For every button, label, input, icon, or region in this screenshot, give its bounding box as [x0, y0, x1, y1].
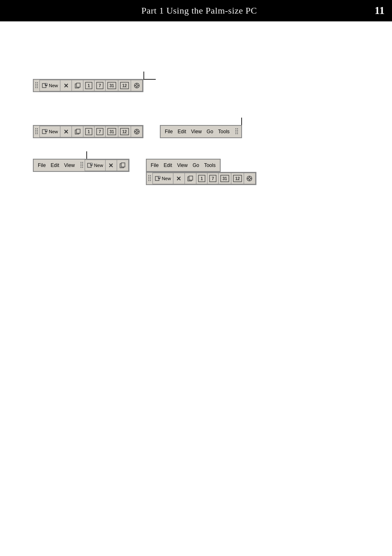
page-content: New — [0, 21, 392, 222]
menu-edit-3l[interactable]: Edit — [48, 161, 62, 170]
month-icon: 31 — [107, 82, 116, 89]
svg-text:12: 12 — [122, 130, 127, 134]
year-btn-2l[interactable]: 12 — [118, 126, 131, 137]
svg-point-67 — [82, 162, 83, 163]
svg-point-85 — [148, 178, 149, 179]
toolbar-grip-3r[interactable] — [147, 173, 153, 184]
demo-section-3: File Edit View — [33, 159, 359, 185]
settings-btn-3r[interactable] — [244, 173, 256, 184]
svg-point-62 — [235, 132, 236, 132]
month-btn-3r[interactable]: 31 — [219, 173, 231, 184]
svg-point-84 — [150, 177, 151, 178]
svg-text:31: 31 — [109, 130, 114, 134]
menu-go-2r[interactable]: Go — [204, 127, 216, 136]
month-icon-3r: 31 — [220, 175, 229, 182]
new-label: New — [49, 83, 58, 88]
x-icon-2l — [64, 129, 69, 134]
svg-point-59 — [237, 128, 238, 129]
svg-point-5 — [37, 86, 38, 86]
menu-tools-2r[interactable]: Tools — [216, 127, 232, 136]
menu-tools-3r[interactable]: Tools — [202, 161, 218, 170]
year-icon-2l: 12 — [120, 128, 129, 135]
svg-point-86 — [150, 178, 151, 179]
toolbar-wrapper-1: New — [33, 79, 143, 92]
x-icon-3r — [176, 176, 181, 181]
svg-point-73 — [82, 167, 83, 168]
new-btn-3r[interactable]: New — [153, 173, 173, 184]
svg-point-30 — [37, 128, 38, 129]
grip-icon-3r — [148, 174, 151, 183]
year-btn-3r[interactable]: 12 — [231, 173, 244, 184]
close-button[interactable] — [60, 80, 72, 91]
view-day-button[interactable]: 1 — [83, 80, 95, 91]
svg-point-58 — [235, 128, 236, 129]
svg-point-32 — [37, 130, 38, 131]
view-month-button[interactable]: 31 — [106, 80, 118, 91]
wrench-icon-2l — [134, 128, 140, 135]
day-icon-2l: 1 — [85, 128, 92, 135]
toolbar-row-3l: File Edit View — [33, 159, 129, 172]
svg-text:7: 7 — [99, 83, 101, 88]
svg-point-33 — [35, 132, 36, 132]
menubar-grip-end-2r[interactable] — [234, 127, 240, 136]
grip-icon — [35, 81, 38, 90]
menu-file-3r[interactable]: File — [148, 161, 161, 170]
svg-text:1: 1 — [201, 176, 203, 181]
svg-point-72 — [81, 167, 81, 168]
copy-btn-3l[interactable] — [117, 160, 129, 171]
settings-button[interactable] — [131, 80, 143, 91]
menu-edit-3r[interactable]: Edit — [161, 161, 175, 170]
toolbar-grip[interactable] — [34, 80, 40, 91]
menubar-3r: File Edit View Go Tools — [146, 159, 221, 172]
svg-text:31: 31 — [222, 176, 227, 181]
svg-point-68 — [81, 164, 81, 164]
line-top-right-2 — [241, 118, 242, 125]
copy-button[interactable] — [72, 80, 83, 91]
copy-btn-3r[interactable] — [185, 173, 196, 184]
svg-point-2 — [35, 84, 36, 85]
copy-icon-3l — [120, 162, 125, 168]
view-week-button[interactable]: 7 — [95, 80, 106, 91]
copy-icon — [75, 83, 81, 88]
svg-point-34 — [37, 132, 38, 132]
close-btn-3l[interactable] — [106, 160, 117, 171]
svg-rect-43 — [76, 129, 80, 133]
grip-icon-end-2r — [235, 127, 238, 136]
close-btn-3r[interactable] — [173, 173, 185, 184]
svg-point-7 — [37, 87, 38, 88]
menu-file-3l[interactable]: File — [35, 161, 48, 170]
demo-3-right: File Edit View Go Tools — [146, 159, 256, 185]
svg-point-105 — [249, 178, 251, 180]
svg-point-0 — [35, 82, 36, 83]
svg-text:12: 12 — [235, 176, 240, 181]
week-icon-2l: 7 — [96, 128, 104, 135]
svg-point-31 — [35, 130, 36, 131]
menu-file-2r[interactable]: File — [162, 127, 175, 136]
copy-button-2l[interactable] — [72, 126, 83, 137]
page-header: Part 1 Using the Palm-size PC 11 — [0, 0, 392, 21]
svg-point-24 — [136, 85, 138, 87]
svg-point-83 — [148, 177, 149, 178]
new-button-2l[interactable]: New — [40, 126, 60, 137]
new-btn-3l[interactable]: New — [85, 160, 106, 171]
page-number: 11 — [374, 5, 385, 17]
menu-view-3r[interactable]: View — [175, 161, 190, 170]
menu-edit-2r[interactable]: Edit — [175, 127, 189, 136]
toolbar-grip-2l[interactable] — [34, 126, 40, 137]
menu-go-3r[interactable]: Go — [190, 161, 202, 170]
day-btn-2l[interactable]: 1 — [83, 126, 95, 137]
svg-point-81 — [148, 175, 149, 176]
settings-btn-2l[interactable] — [131, 126, 143, 137]
menu-view-2r[interactable]: View — [189, 127, 204, 136]
new-icon-2l — [42, 129, 48, 134]
new-button[interactable]: New — [40, 80, 60, 91]
view-year-button[interactable]: 12 — [118, 80, 131, 91]
day-icon-3r: 1 — [198, 175, 205, 182]
day-btn-3r[interactable]: 1 — [196, 173, 208, 184]
week-btn-3r[interactable]: 7 — [208, 173, 219, 184]
menu-view-3l[interactable]: View — [62, 161, 77, 170]
close-button-2l[interactable] — [60, 126, 72, 137]
month-btn-2l[interactable]: 31 — [106, 126, 118, 137]
week-btn-2l[interactable]: 7 — [95, 126, 106, 137]
toolbar-grip-3l[interactable] — [79, 160, 85, 171]
